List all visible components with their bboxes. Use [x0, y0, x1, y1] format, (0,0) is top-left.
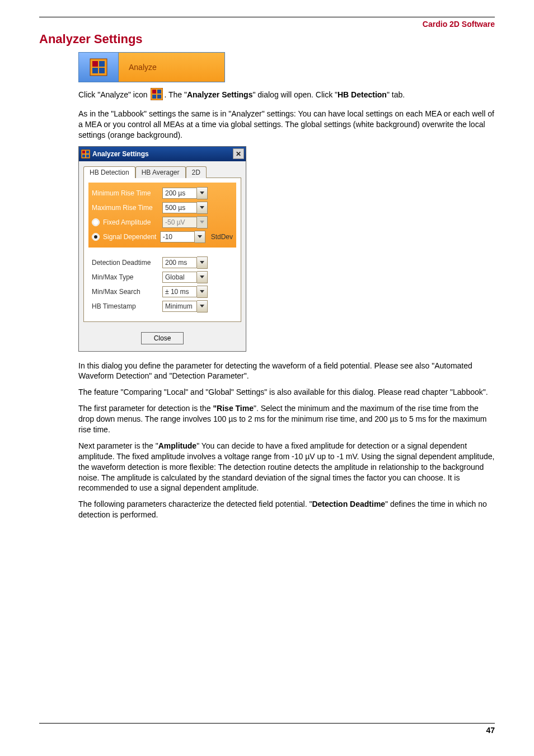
header-product-name: Cardio 2D Software	[39, 20, 495, 29]
svg-rect-2	[99, 61, 105, 67]
max-rise-combo[interactable]	[162, 202, 208, 213]
svg-rect-8	[152, 95, 156, 99]
detection-deadtime-input[interactable]	[162, 257, 197, 268]
global-settings-group: Detection Deadtime Min/Max Type	[88, 252, 236, 317]
detection-deadtime-label: Detection Deadtime	[92, 259, 159, 267]
dialog-titlebar: Analyzer Settings ✕	[79, 147, 246, 161]
analyzer-settings-dialog: Analyzer Settings ✕ HB Detection HB Aver…	[78, 146, 246, 352]
svg-marker-17	[200, 221, 204, 223]
svg-marker-16	[200, 206, 204, 209]
svg-rect-9	[157, 95, 161, 99]
min-rise-combo[interactable]	[162, 188, 208, 199]
hb-timestamp-label: HB Timestamp	[92, 302, 159, 310]
detection-deadtime-combo[interactable]	[162, 257, 208, 268]
tab-hb-averager[interactable]: HB Averager	[135, 166, 186, 178]
svg-rect-7	[157, 90, 161, 94]
stddev-label: StdDev	[211, 233, 233, 241]
signal-dependent-input[interactable]	[160, 231, 195, 242]
after-paragraph-4: The feature "Comparing "Local" and "Glob…	[78, 387, 495, 398]
analyze-banner-label: Analyze	[119, 63, 224, 72]
close-button[interactable]: Close	[141, 332, 184, 344]
dialog-icon	[81, 150, 90, 158]
analyze-banner: Analyze	[78, 52, 225, 82]
svg-rect-6	[152, 90, 156, 94]
fixed-amplitude-radio[interactable]	[92, 218, 100, 226]
max-rise-input[interactable]	[162, 202, 197, 213]
minmax-search-combo[interactable]	[162, 286, 208, 297]
chevron-down-icon[interactable]	[197, 271, 208, 283]
chevron-down-icon[interactable]	[197, 286, 208, 298]
svg-rect-12	[86, 151, 89, 153]
intro-paragraph-1: Click "Analyze" icon . The "Analyzer Set…	[78, 88, 495, 103]
after-paragraph-6: Next parameter is the "Amplitude" You ca…	[78, 441, 495, 493]
minmax-type-combo[interactable]	[162, 272, 208, 283]
max-rise-label: Maximum Rise Time	[92, 204, 159, 212]
svg-marker-20	[200, 276, 204, 278]
chevron-down-icon[interactable]	[197, 187, 208, 199]
dialog-title: Analyzer Settings	[92, 150, 149, 158]
chevron-down-icon[interactable]	[195, 231, 205, 243]
fixed-amplitude-input	[162, 217, 197, 228]
svg-rect-1	[92, 61, 98, 67]
svg-marker-18	[198, 235, 202, 238]
chevron-down-icon[interactable]	[197, 300, 208, 312]
svg-rect-3	[92, 68, 98, 73]
svg-marker-21	[200, 290, 204, 293]
after-paragraph-7: The following parameters characterize th…	[78, 499, 495, 520]
min-rise-input[interactable]	[162, 188, 197, 199]
tab-hb-detection[interactable]: HB Detection	[83, 166, 135, 178]
analyze-inline-icon	[151, 88, 163, 103]
minmax-type-input[interactable]	[162, 272, 197, 283]
tab-2d[interactable]: 2D	[186, 166, 207, 178]
svg-rect-13	[82, 155, 85, 157]
signal-dependent-label: Signal Dependent	[103, 233, 156, 241]
svg-rect-4	[99, 68, 105, 73]
tab-panel-hb-detection: Minimum Rise Time Maximum Rise Time	[83, 178, 241, 322]
svg-marker-15	[200, 192, 204, 194]
minmax-type-label: Min/Max Type	[92, 273, 159, 281]
after-paragraph-5: The first parameter for detection is the…	[78, 403, 495, 435]
svg-rect-11	[82, 151, 85, 153]
chevron-down-icon[interactable]	[197, 256, 208, 269]
hb-timestamp-input[interactable]	[162, 301, 197, 312]
minmax-search-label: Min/Max Search	[92, 288, 159, 296]
fixed-amplitude-label: Fixed Amplitude	[103, 218, 151, 226]
svg-rect-14	[86, 155, 89, 157]
hb-timestamp-combo[interactable]	[162, 301, 208, 312]
section-title: Analyzer Settings	[39, 32, 495, 46]
chevron-down-icon[interactable]	[197, 202, 208, 214]
chevron-down-icon	[197, 216, 208, 228]
svg-marker-22	[200, 305, 204, 307]
dialog-tabs: HB Detection HB Averager 2D	[79, 161, 246, 178]
local-settings-group: Minimum Rise Time Maximum Rise Time	[88, 183, 236, 248]
analyze-icon	[79, 53, 119, 82]
min-rise-label: Minimum Rise Time	[92, 189, 159, 197]
page-number: 47	[39, 726, 495, 735]
fixed-amplitude-combo	[162, 217, 208, 228]
after-paragraph-3: In this dialog you define the parameter …	[78, 361, 495, 382]
signal-dependent-combo[interactable]	[160, 231, 205, 242]
signal-dependent-radio[interactable]	[92, 233, 100, 241]
minmax-search-input[interactable]	[162, 286, 197, 297]
intro-paragraph-2: As in the "Labbook" settings the same is…	[78, 109, 495, 141]
svg-marker-19	[200, 261, 204, 264]
dialog-close-icon[interactable]: ✕	[233, 148, 244, 159]
